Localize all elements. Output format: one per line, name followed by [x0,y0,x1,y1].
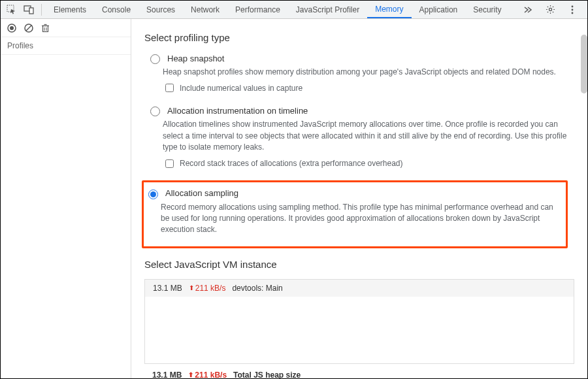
radio-heap-snapshot[interactable] [150,54,160,64]
option-desc: Heap snapshot profiles show memory distr… [163,67,568,78]
footer-mem-size: 13.1 MB [152,371,182,378]
scrollbar-thumb[interactable] [581,35,587,93]
vm-name: devtools: Main [232,284,282,293]
svg-line-10 [26,25,31,31]
tab-elements[interactable]: Elements [46,1,94,18]
settings-gear-icon[interactable] [543,3,557,17]
tab-sources[interactable]: Sources [139,1,183,18]
vm-mem-rate: ⬆ 211 kB/s [189,284,226,293]
option-sub-label: Record stack traces of allocations (extr… [180,159,403,168]
svg-point-3 [549,8,551,10]
tab-performance[interactable]: Performance [227,1,288,18]
footer-label: Total JS heap size [233,371,301,378]
tab-network[interactable]: Network [183,1,227,18]
tab-memory[interactable]: Memory [367,1,411,18]
profiling-type-title: Select profiling type [144,32,574,43]
vm-instance-row[interactable]: 13.1 MB ⬆ 211 kB/s devtools: Main [145,280,574,297]
topbar-right [519,3,585,17]
svg-point-6 [572,12,574,14]
option-label: Allocation instrumentation on timeline [167,106,308,116]
device-toolbar-icon[interactable] [22,3,36,17]
svg-point-4 [572,5,574,7]
more-tabs-icon[interactable] [521,3,535,17]
devtools-topbar: Elements Console Sources Network Perform… [1,1,587,19]
checkbox-record-stack[interactable] [165,159,174,168]
arrow-up-icon: ⬆ [189,284,194,291]
option-desc: Allocation timelines show instrumented J… [163,119,568,153]
svg-point-8 [10,26,14,30]
tab-console[interactable]: Console [94,1,139,18]
profiles-sidebar: Profiles [1,19,131,378]
record-icon[interactable] [7,24,16,33]
option-allocation-timeline: Allocation instrumentation on timeline A… [144,105,574,169]
option-allocation-sampling: Allocation sampling Record memory alloca… [142,180,568,248]
option-allocation-timeline-row[interactable]: Allocation instrumentation on timeline [147,105,574,116]
vm-mem-rate-value: 211 kB/s [195,284,226,293]
delete-icon[interactable] [41,24,50,33]
tab-application[interactable]: Application [412,1,466,18]
separator [41,4,42,16]
svg-rect-2 [29,8,33,14]
tab-security[interactable]: Security [465,1,509,18]
footer-mem-rate-value: 211 kB/s [195,371,227,378]
profiles-section-header: Profiles [1,37,131,55]
vm-mem-size: 13.1 MB [153,284,182,293]
kebab-menu-icon[interactable] [565,3,580,17]
tab-javascript-profiler[interactable]: JavaScript Profiler [288,1,367,18]
option-heap-snapshot-row[interactable]: Heap snapshot [147,52,574,64]
footer-mem-rate: ⬆ 211 kB/s [188,371,227,378]
option-allocation-sampling-row[interactable]: Allocation sampling [145,188,562,199]
heap-footer-stats: 13.1 MB ⬆ 211 kB/s Total JS heap size [144,364,574,378]
option-heap-snapshot: Heap snapshot Heap snapshot profiles sho… [144,52,574,94]
inspect-element-icon[interactable] [5,3,19,17]
option-sub-include-numerical[interactable]: Include numerical values in capture [163,82,574,94]
option-label: Allocation sampling [165,188,238,198]
vm-instance-title: Select JavaScript VM instance [144,259,574,270]
option-label: Heap snapshot [167,54,224,63]
radio-allocation-timeline[interactable] [150,107,160,116]
checkbox-include-numerical[interactable] [165,84,174,92]
arrow-up-icon: ⬆ [188,371,193,378]
svg-rect-11 [43,25,48,31]
option-desc: Record memory allocations using sampling… [161,202,562,236]
memory-panel-content: Select profiling type Heap snapshot Heap… [131,19,587,378]
profiles-toolbar [1,19,131,37]
option-sub-label: Include numerical values in capture [180,84,302,93]
main-area: Profiles Select profiling type Heap snap… [1,19,587,378]
radio-allocation-sampling[interactable] [148,190,158,199]
option-sub-record-stack[interactable]: Record stack traces of allocations (extr… [163,157,574,170]
panel-tabs: Elements Console Sources Network Perform… [46,1,519,18]
clear-icon[interactable] [24,24,33,33]
vm-instance-list: 13.1 MB ⬆ 211 kB/s devtools: Main [144,279,574,364]
svg-point-5 [572,8,574,10]
